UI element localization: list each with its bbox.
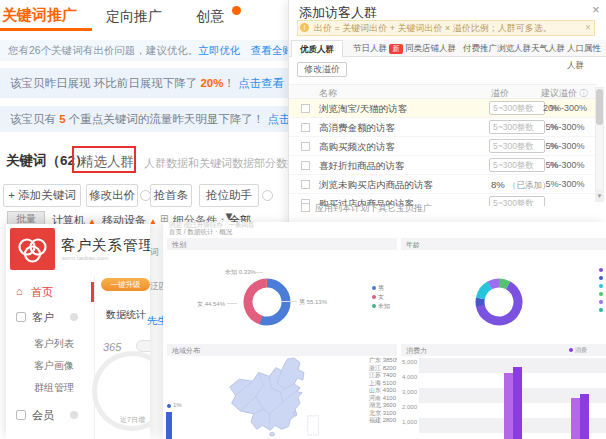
age-donut-chart	[471, 274, 527, 330]
premium-value: 8%	[491, 179, 505, 190]
legend-dot	[599, 300, 603, 304]
grab-top-button[interactable]: 抢首条	[150, 184, 192, 207]
sidebar-item-customer-profile[interactable]: 客户画像	[34, 359, 74, 373]
scrollbar-down-arrow[interactable]: ▼	[595, 190, 604, 202]
row-checkbox[interactable]	[301, 180, 310, 189]
audience-tab-note: 人群数据和关键词数据部分数据重合	[144, 156, 288, 171]
region-row: 河南 4100	[369, 395, 397, 403]
sidebar-item-members[interactable]: 会员	[32, 408, 54, 423]
crm-logo	[10, 228, 55, 270]
notice-close-icon[interactable]: ×	[585, 22, 591, 33]
sidebar-item-customer-list[interactable]: 客户列表	[34, 337, 74, 351]
region-row: 浙江 8200	[369, 365, 397, 373]
apply-to-plan-label: 应用到本计划下其它宝贝推广	[315, 202, 432, 215]
suggest-range: 5%-300%	[537, 141, 593, 151]
panel-header	[167, 238, 397, 250]
tab-demographic-audience[interactable]: 人口属性人群	[567, 40, 606, 57]
panel-header	[401, 238, 606, 250]
tab-weather-audience[interactable]: 天气人群	[531, 40, 565, 57]
range-selector-pill[interactable]	[136, 340, 150, 352]
suggest-range: 20%-300%	[537, 103, 593, 113]
suggest-range: 5%-300%	[537, 122, 593, 132]
notification-dot-icon	[232, 6, 241, 15]
mini-chart-label: 1%	[173, 402, 182, 408]
consumption-bar	[571, 398, 580, 439]
panel-title-region: 地域分布	[172, 346, 200, 356]
region-row: 上海 5100	[369, 380, 397, 388]
add-visitor-audience-dialog: 添加访客人群 × 出价 = 关键词出价 + 关键词出价 × 溢价比例；人群可多选…	[288, 0, 606, 230]
region-row: 江苏 7400	[369, 372, 397, 380]
crm-app-subtitle: ecrm.taobao.com	[62, 255, 108, 261]
tab-similar-shop-audience[interactable]: 同类店铺人群	[405, 40, 456, 57]
callout-unknown: 未知 0.33%	[225, 268, 256, 277]
china-map	[195, 356, 355, 438]
row-checkbox[interactable]	[301, 142, 310, 151]
crm-app-title: 客户关系管理	[61, 236, 150, 255]
legend-dot	[599, 268, 603, 272]
callout-male: 男 55.13%	[299, 298, 327, 307]
one-click-upgrade-button[interactable]: 一键升级	[101, 278, 150, 291]
dashboard-window: 消息 现已升级待办 · 一条回答 首页 / 数据统计 · 概况 性别 男 55.…	[163, 222, 606, 439]
region-ranking-list: 广东 38505 浙江 8200 江苏 7400 上海 5100 山东 4300…	[369, 357, 397, 425]
home-icon: ⌂	[16, 285, 23, 297]
panel-title-gender: 性别	[172, 240, 186, 250]
rank-helper-button[interactable]: 抢位助手 ▼	[199, 184, 259, 207]
customers-icon	[16, 312, 26, 322]
tab-keyword-promotion[interactable]: 关键词推广	[2, 6, 77, 25]
view-details-link[interactable]: 点击查看	[238, 77, 284, 89]
red-annotation-rectangle	[72, 146, 136, 173]
modify-bid-button[interactable]: 修改出价	[86, 184, 138, 207]
consumption-bar	[580, 394, 589, 439]
modify-premium-button[interactable]: 修改溢价	[297, 62, 347, 77]
consumption-bar	[513, 367, 522, 439]
tab-holiday-audience[interactable]: 节日人群	[353, 40, 387, 57]
apply-to-plan-checkbox[interactable]	[301, 203, 310, 212]
bar-legend: 消费	[569, 346, 587, 355]
add-keyword-button[interactable]: + 添加关键词	[3, 184, 81, 207]
y-tick: 3,000	[401, 389, 417, 395]
scrollbar-thumb[interactable]	[596, 89, 603, 125]
pricing-notice: 出价 = 关键词出价 + 关键词出价 × 溢价比例；人群可多选。	[297, 20, 595, 36]
optimize-now-link[interactable]: 立即优化	[198, 44, 240, 56]
y-tick: 2,000	[401, 404, 417, 410]
south-sea-inset	[308, 416, 319, 435]
callout-line-3	[255, 272, 263, 273]
sidebar-item-customers[interactable]: 客户	[32, 310, 54, 325]
region-row: 北京 3100	[369, 410, 397, 418]
callout-female: 女 44.54%	[197, 300, 225, 309]
row-checkbox[interactable]	[301, 123, 310, 132]
audience-row: 浏览淘宝/天猫的访客 % 20%-300%	[289, 99, 596, 118]
legend-dot-male	[372, 286, 376, 290]
warning-icon: !	[300, 23, 309, 32]
callout-line	[281, 301, 297, 302]
data-statistics-label: 数据统计	[106, 308, 146, 322]
panel-title-age: 年龄	[406, 240, 420, 250]
panel-age: 年龄	[401, 238, 606, 342]
row-checkbox[interactable]	[301, 161, 310, 170]
callout-line-2	[227, 303, 237, 304]
consumption-bar	[504, 373, 513, 439]
panel-gender: 性别 男 55.13% 女 44.54% 未知 0.33% 男 女 未知	[167, 238, 397, 342]
premium-input[interactable]	[489, 196, 545, 206]
sort-up-icon-2: ▲	[149, 217, 157, 226]
legend-dot	[599, 308, 603, 312]
tab-creative[interactable]: 创意	[196, 8, 224, 26]
tab-premium-audience[interactable]: 优质人群	[291, 40, 343, 57]
mini-chart-dot	[167, 404, 171, 408]
tab-paid-browse-audience[interactable]: 付费推广浏览人群	[463, 40, 531, 57]
age-legend-dots	[599, 268, 603, 316]
collapse-dot-icon-2	[70, 411, 78, 419]
y-tick: 5,000	[401, 359, 417, 365]
gender-legend: 男 女 未知	[372, 284, 390, 311]
region-row: 山东 4300	[369, 387, 397, 395]
region-row: 广东 38505	[369, 357, 397, 365]
sidebar-item-home[interactable]: 首页	[31, 285, 53, 300]
tab-targeted-promotion[interactable]: 定向推广	[106, 8, 162, 26]
row-checkbox[interactable]	[301, 104, 310, 113]
view-account-bids-link[interactable]: 查看全账户出价	[251, 44, 288, 56]
help-circle-icon-2	[262, 190, 273, 201]
sidebar-item-group-management[interactable]: 群组管理	[34, 381, 74, 395]
dialog-close-icon[interactable]: ×	[592, 2, 600, 17]
view-details-link-2[interactable]: 点击查看	[268, 113, 289, 125]
panel-region: 地域分布 广东 38505 浙江 8200	[167, 344, 397, 439]
